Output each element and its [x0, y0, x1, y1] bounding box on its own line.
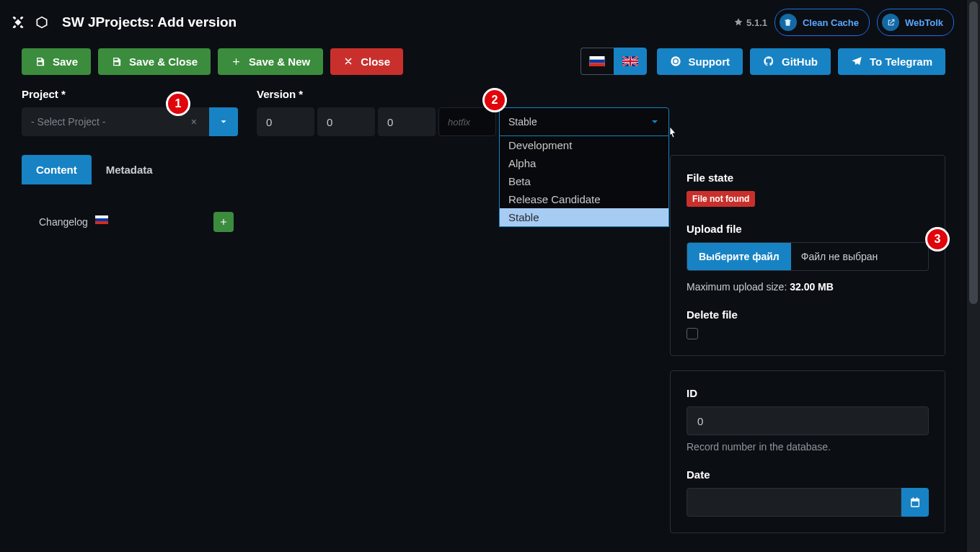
date-input[interactable] [687, 488, 901, 517]
save-icon [35, 56, 45, 67]
annotation-badge-1: 1 [166, 92, 190, 116]
upload-file-label: Upload file [687, 223, 929, 235]
lang-en-button[interactable] [614, 48, 647, 75]
svg-rect-1 [590, 60, 605, 63]
version-minor-input[interactable] [317, 107, 375, 136]
version-label: Version * [257, 88, 669, 100]
stage-option[interactable]: Release Candidate [500, 190, 668, 208]
plus-icon [231, 56, 242, 67]
webtolk-button[interactable]: WebTolk [877, 9, 954, 36]
cube-icon [35, 15, 49, 30]
project-dropdown-toggle[interactable] [209, 107, 238, 136]
save-close-button[interactable]: Save & Close [98, 48, 211, 75]
stage-dropdown-list: DevelopmentAlphaBetaRelease CandidateSta… [499, 136, 669, 227]
project-label: Project * [22, 88, 238, 100]
file-state-label: File state [687, 172, 929, 184]
tab-metadata[interactable]: Metadata [92, 155, 167, 184]
trash-icon [780, 14, 797, 31]
scrollbar-thumb[interactable] [969, 1, 978, 304]
file-state-badge: File not found [687, 191, 755, 207]
calendar-button[interactable] [901, 488, 929, 517]
topbar: SW JProjects: Add version 5.1.1 Clean Ca… [0, 0, 967, 48]
lifering-icon [670, 55, 681, 67]
save-button[interactable]: Save [22, 48, 91, 75]
annotation-badge-2: 2 [482, 88, 507, 112]
add-changelog-button[interactable] [213, 212, 234, 232]
close-button[interactable]: Close [330, 48, 403, 75]
tab-content[interactable]: Content [22, 155, 92, 184]
upload-file-control: Выберите файл Файл не выбран [687, 242, 929, 271]
svg-rect-6 [95, 221, 108, 224]
github-button[interactable]: GitHub [750, 48, 831, 75]
page-title: SW JProjects: Add version [62, 14, 237, 30]
github-icon [763, 55, 774, 67]
stage-option[interactable]: Beta [500, 172, 668, 190]
svg-rect-2 [590, 63, 605, 66]
vertical-scrollbar[interactable] [967, 0, 980, 552]
version-major-input[interactable] [257, 107, 314, 136]
no-file-text: Файл не выбран [791, 243, 928, 270]
version-hotfix-input[interactable]: hotfix [438, 107, 496, 136]
delete-file-label: Delete file [687, 308, 929, 321]
clear-icon[interactable]: × [188, 116, 200, 128]
flag-gb-icon [622, 56, 638, 66]
lang-ru-button[interactable] [581, 48, 614, 75]
id-hint: Record number in the database. [687, 441, 929, 453]
version-stage-select[interactable]: Stable DevelopmentAlphaBetaRelease Candi… [499, 107, 669, 136]
external-link-icon [882, 14, 899, 31]
stage-option[interactable]: Alpha [500, 154, 668, 172]
close-icon [343, 56, 353, 66]
chevron-down-icon [218, 117, 229, 127]
version-field: Version * hotfix Stable [257, 88, 669, 136]
id-label: ID [687, 387, 929, 399]
meta-card: ID Record number in the database. Date [670, 370, 945, 533]
date-label: Date [687, 468, 929, 481]
stage-selected: Stable [500, 116, 641, 128]
flag-ru-icon [589, 56, 605, 66]
save-icon [111, 56, 122, 67]
action-toolbar: Save Save & Close Save & New Close [0, 48, 967, 88]
delete-file-checkbox[interactable] [687, 328, 698, 339]
plus-icon [218, 217, 229, 227]
joomla-icon [10, 14, 26, 30]
chevron-down-icon [641, 108, 668, 135]
language-switcher [581, 48, 647, 75]
choose-file-button[interactable]: Выберите файл [687, 243, 791, 270]
calendar-icon [909, 497, 921, 508]
clean-cache-button[interactable]: Clean Cache [774, 9, 870, 36]
file-card: File state File not found Upload file Вы… [670, 155, 945, 356]
project-field: Project * - Select Project - × [22, 88, 238, 136]
flag-ru-icon [95, 215, 108, 224]
changelog-label: Changelog [39, 216, 88, 228]
joomla-version: 5.1.1 [733, 17, 767, 28]
stage-option[interactable]: Development [500, 136, 668, 154]
project-placeholder: - Select Project - [31, 116, 105, 128]
save-new-button[interactable]: Save & New [218, 48, 323, 75]
telegram-button[interactable]: To Telegram [838, 48, 945, 75]
id-input [687, 406, 929, 435]
version-patch-input[interactable] [378, 107, 436, 136]
max-upload-text: Maximum upload size: 32.00 MB [687, 281, 929, 293]
telegram-icon [851, 55, 862, 67]
stage-option[interactable]: Stable [500, 208, 668, 226]
support-button[interactable]: Support [657, 48, 743, 75]
svg-rect-5 [95, 218, 108, 221]
annotation-badge-3: 3 [925, 227, 950, 251]
